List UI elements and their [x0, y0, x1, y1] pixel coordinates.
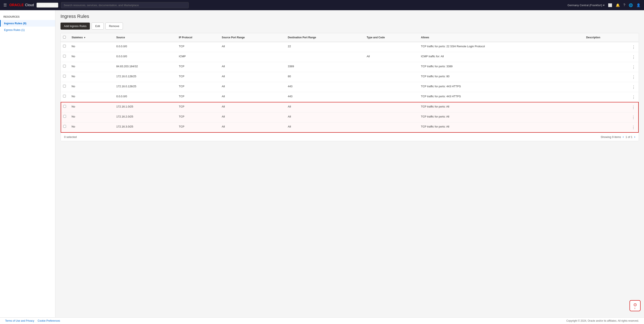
sidebar-item-egress-rules[interactable]: Egress Rules (1): [0, 27, 55, 33]
kebab-menu-button[interactable]: ⋮: [631, 75, 636, 79]
row-checkbox-cell[interactable]: [61, 52, 70, 62]
row-checkbox-cell[interactable]: [61, 82, 70, 92]
type-and-code-cell: [364, 42, 419, 52]
kebab-menu-button[interactable]: ⋮: [630, 105, 636, 110]
hamburger-menu[interactable]: ☰: [4, 3, 7, 7]
allows-cell: TCP traffic for ports: 22 SSH Remote Log…: [419, 42, 584, 52]
row-actions-cell[interactable]: ⋮: [628, 42, 638, 52]
cloud-text: Cloud: [25, 3, 34, 7]
destination-port-range-cell: 443: [286, 82, 364, 92]
page-title: Ingress Rules: [60, 14, 639, 19]
row-checkbox-cell[interactable]: [61, 72, 70, 82]
source-port-range-cell: All: [220, 42, 286, 52]
row-checkbox-cell[interactable]: [61, 42, 70, 52]
source-cell: 0.0.0.0/0: [114, 92, 177, 102]
row-checkbox-cell[interactable]: [61, 122, 70, 133]
destination-port-range-cell: 22: [286, 42, 364, 52]
row-checkbox[interactable]: [63, 95, 66, 97]
kebab-menu-button[interactable]: ⋮: [631, 85, 636, 89]
row-checkbox-cell[interactable]: [61, 92, 70, 102]
type-and-code-header: Type and Code: [364, 33, 419, 42]
table-body: No 0.0.0.0/0 TCP All 22 TCP traffic for …: [61, 42, 638, 132]
egress-rules-link[interactable]: Egress Rules (1): [4, 28, 25, 31]
source-port-range-cell: All: [220, 82, 286, 92]
row-checkbox[interactable]: [63, 115, 66, 118]
kebab-menu-button[interactable]: ⋮: [630, 115, 636, 120]
stateless-cell: No: [70, 82, 114, 92]
help-icon[interactable]: ?: [623, 3, 625, 7]
description-cell: [584, 92, 628, 102]
ingress-rules-table-container: Stateless ▼ Source IP Protocol Source Po…: [60, 33, 639, 141]
kebab-menu-button[interactable]: ⋮: [631, 45, 636, 49]
allows-cell: TCP traffic for ports: 3389: [419, 62, 584, 72]
type-and-code-cell: All: [364, 52, 419, 62]
source-cell: 172.16.2.0/25: [114, 112, 177, 122]
user-avatar[interactable]: 👤: [636, 3, 640, 7]
type-and-code-cell: [364, 92, 419, 102]
table-row: No 172.16.0.128/25 TCP All 443 TCP traff…: [61, 82, 638, 92]
description-cell: [584, 72, 628, 82]
select-all-checkbox[interactable]: [63, 36, 66, 38]
table-row: No 0.0.0.0/0 TCP All 22 TCP traffic for …: [61, 42, 638, 52]
help-widget[interactable]: ⊙ ⠿: [630, 300, 640, 311]
destination-port-range-cell: All: [286, 122, 364, 133]
row-checkbox[interactable]: [63, 45, 66, 47]
ip-protocol-cell: TCP: [177, 82, 220, 92]
row-actions-cell[interactable]: ⋮: [628, 52, 638, 62]
terminal-icon[interactable]: ⬜: [608, 3, 612, 7]
row-checkbox[interactable]: [63, 55, 66, 57]
prev-page-button[interactable]: ‹: [623, 135, 624, 139]
row-checkbox[interactable]: [63, 75, 66, 77]
source-cell: 0.0.0.0/0: [114, 42, 177, 52]
page-info: 1 of 1: [626, 135, 632, 139]
stateless-header[interactable]: Stateless ▼: [70, 33, 114, 42]
kebab-menu-button[interactable]: ⋮: [631, 65, 636, 69]
row-actions-cell[interactable]: ⋮: [628, 92, 638, 102]
globe-icon[interactable]: 🌐: [629, 3, 633, 7]
pagination: Showing 9 items ‹ 1 of 1 ›: [600, 135, 635, 139]
table-header: Stateless ▼ Source IP Protocol Source Po…: [61, 33, 638, 42]
row-checkbox[interactable]: [63, 105, 66, 108]
region-selector[interactable]: Germany Central (Frankfurt) ▾: [568, 3, 604, 7]
row-checkbox[interactable]: [63, 125, 66, 128]
row-actions-cell[interactable]: ⋮: [628, 62, 638, 72]
stateless-cell: No: [70, 62, 114, 72]
row-checkbox[interactable]: [63, 85, 66, 87]
allows-cell: TCP traffic for ports: 443 HTTPS: [419, 82, 584, 92]
ip-protocol-cell: TCP: [177, 62, 220, 72]
edit-button[interactable]: Edit: [92, 22, 104, 29]
sidebar-item-ingress-rules[interactable]: Ingress Rules (9): [0, 20, 55, 27]
type-and-code-cell: [364, 112, 419, 122]
row-checkbox-cell[interactable]: [61, 112, 70, 122]
add-ingress-rules-button[interactable]: Add Ingress Rules: [60, 22, 90, 29]
bell-icon[interactable]: 🔔: [616, 3, 620, 7]
remove-button[interactable]: Remove: [106, 22, 123, 29]
kebab-menu-button[interactable]: ⋮: [630, 125, 636, 130]
row-actions-cell[interactable]: ⋮: [628, 72, 638, 82]
type-and-code-cell: [364, 72, 419, 82]
toolbar: Add Ingress Rules Edit Remove: [60, 22, 639, 29]
row-actions-cell[interactable]: ⋮: [628, 122, 638, 133]
source-port-range-cell: All: [220, 102, 286, 112]
next-page-button[interactable]: ›: [634, 135, 635, 139]
cloud-classic-button[interactable]: Cloud Classic ›: [36, 2, 58, 8]
ip-protocol-header: IP Protocol: [177, 33, 220, 42]
search-input[interactable]: [61, 2, 189, 8]
kebab-menu-button[interactable]: ⋮: [631, 95, 636, 99]
ip-protocol-cell: TCP: [177, 72, 220, 82]
table-row: No 172.16.2.0/25 TCP All All TCP traffic…: [61, 112, 638, 122]
row-actions-cell[interactable]: ⋮: [628, 102, 638, 112]
row-actions-cell[interactable]: ⋮: [628, 82, 638, 92]
type-and-code-cell: [364, 122, 419, 133]
row-actions-cell[interactable]: ⋮: [628, 112, 638, 122]
kebab-menu-button[interactable]: ⋮: [631, 55, 636, 59]
table-row: No 172.16.3.0/25 TCP All All TCP traffic…: [61, 122, 638, 133]
source-cell: 84.83.203.184/32: [114, 62, 177, 72]
select-all-header[interactable]: [61, 33, 70, 42]
stateless-cell: No: [70, 42, 114, 52]
nav-icons-group: ⬜ 🔔 ? 🌐 👤: [608, 3, 640, 7]
row-checkbox[interactable]: [63, 65, 66, 67]
row-checkbox-cell[interactable]: [61, 102, 70, 112]
row-checkbox-cell[interactable]: [61, 62, 70, 72]
selected-count: 0 selected: [64, 135, 77, 139]
